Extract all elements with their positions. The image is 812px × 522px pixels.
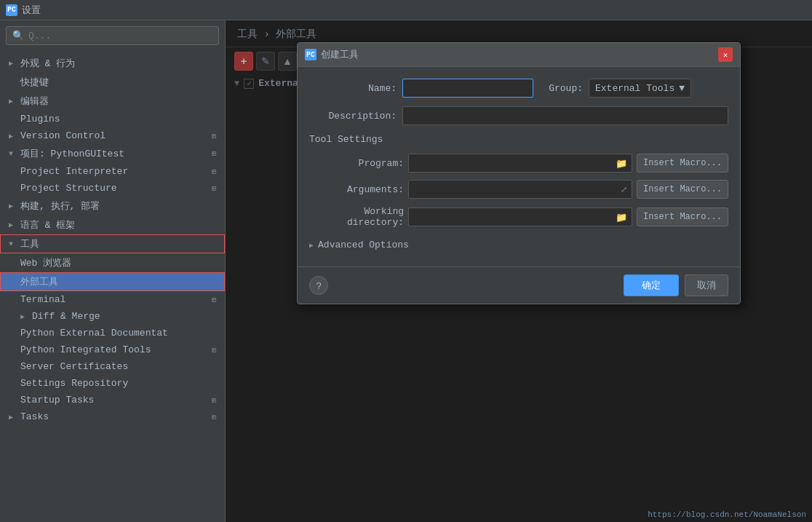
sidebar-item-startup-tasks[interactable]: Startup Tasks ⊞	[0, 392, 225, 408]
sidebar-item-label: 编辑器	[20, 95, 49, 108]
arrow-icon: ▶	[9, 132, 17, 141]
sidebar-item-project[interactable]: ▼ 项目: PythonGUItest ⊞	[0, 144, 225, 163]
working-dir-row: Working directory: 📁 Insert Macro...	[309, 206, 728, 228]
arguments-insert-macro-button[interactable]: Insert Macro...	[637, 180, 728, 199]
sidebar-item-label: 构建, 执行, 部署	[20, 199, 100, 213]
sidebar-item-label: Project Structure	[20, 183, 117, 194]
sidebar-item-lang[interactable]: ▶ 语言 & 框架	[0, 215, 225, 234]
sidebar-item-label: Server Certificates	[20, 361, 128, 372]
sidebar-item-label: Web 浏览器	[20, 256, 71, 269]
sidebar-item-label: Tasks	[20, 411, 49, 422]
sidebar-item-label: Terminal	[20, 294, 65, 305]
arguments-input[interactable]	[412, 184, 616, 195]
program-input[interactable]	[412, 158, 611, 169]
sidebar-item-label: Project Interpreter	[20, 166, 128, 177]
arrow-icon: ▶	[9, 202, 17, 210]
sidebar-item-project-interpreter[interactable]: Project Interpreter ⊞	[0, 163, 225, 180]
sidebar-item-label: Plugins	[20, 114, 60, 124]
sidebar-item-web-browser[interactable]: Web 浏览器	[0, 253, 225, 272]
arguments-label: Arguments:	[309, 184, 404, 195]
sidebar-item-label: 外部工具	[20, 275, 58, 288]
advanced-arrow-icon: ▶	[309, 241, 314, 250]
sidebar-item-plugins[interactable]: Plugins	[0, 111, 225, 127]
help-button[interactable]: ?	[309, 276, 328, 295]
sidebar-item-tools[interactable]: ▼ 工具	[0, 234, 225, 253]
group-dropdown[interactable]: External Tools ▼	[589, 79, 691, 98]
advanced-options-label: Advanced Options	[318, 240, 409, 250]
arrow-icon: ▶	[9, 221, 17, 229]
sidebar-item-server-certs[interactable]: Server Certificates	[0, 358, 225, 375]
badge-icon: ⊞	[212, 132, 216, 141]
group-value: External Tools	[595, 83, 674, 94]
badge-icon: ⊞	[212, 167, 216, 176]
sidebar-item-py-ext-doc[interactable]: Python External Documentat	[0, 325, 225, 341]
arguments-expand-button[interactable]: ⤢	[619, 183, 629, 196]
program-insert-macro-button[interactable]: Insert Macro...	[637, 154, 728, 173]
sidebar-item-vcs[interactable]: ▶ Version Control ⊞	[0, 127, 225, 144]
cancel-button[interactable]: 取消	[685, 274, 728, 296]
confirm-button[interactable]: 确定	[624, 274, 679, 296]
search-input[interactable]	[28, 31, 212, 41]
search-box[interactable]: 🔍	[6, 26, 219, 45]
sidebar-item-tasks[interactable]: ▶ Tasks ⊞	[0, 408, 225, 425]
badge-icon: ⊞	[212, 346, 216, 355]
sidebar-item-label: 快捷键	[20, 76, 49, 89]
arrow-icon: ▶	[9, 59, 17, 68]
sidebar-item-diff-merge[interactable]: ▶ Diff & Merge	[0, 308, 225, 325]
sidebar-item-label: Version Control	[20, 130, 106, 141]
working-dir-input-area: 📁	[408, 207, 632, 226]
badge-icon: ⊞	[212, 296, 216, 304]
sidebar-item-label: Startup Tasks	[20, 395, 94, 406]
arrow-icon: ▶	[9, 413, 17, 422]
sidebar-item-shortcuts[interactable]: 快捷键	[0, 73, 225, 92]
description-label: Description:	[309, 111, 397, 122]
description-input[interactable]	[402, 106, 728, 125]
create-tool-dialog: PC 创建工具 ✕ Name: Group: External Tools	[297, 42, 741, 304]
bottom-url-bar: https://blog.csdn.net/NoamaNelson	[642, 507, 812, 522]
sidebar-item-build[interactable]: ▶ 构建, 执行, 部署	[0, 197, 225, 215]
working-dir-folder-button[interactable]: 📁	[614, 210, 629, 224]
program-row: Program: 📁 Insert Macro...	[309, 154, 728, 173]
dialog-close-button[interactable]: ✕	[718, 47, 733, 62]
main-layout: 🔍 ▶ 外观 & 行为 快捷键 ▶ 编辑器 Plugins	[0, 20, 812, 522]
content-area: 工具 › 外部工具 + ✎ ▲ ▼ ⊞ ▼ ✓ External Tools	[226, 20, 812, 522]
badge-icon: ⊞	[212, 149, 216, 158]
dialog-overlay: PC 创建工具 ✕ Name: Group: External Tools	[226, 20, 812, 522]
dropdown-arrow-icon: ▼	[679, 83, 685, 94]
description-row: Description:	[309, 106, 728, 125]
sidebar-tree: ▶ 外观 & 行为 快捷键 ▶ 编辑器 Plugins ▶ Version Co…	[0, 51, 225, 522]
tool-settings-label: Tool Settings	[309, 134, 728, 145]
sidebar-item-terminal[interactable]: Terminal ⊞	[0, 291, 225, 308]
group-label: Group:	[539, 83, 583, 94]
sidebar-item-label: Python Integrated Tools	[20, 344, 151, 355]
sidebar-item-label: Python External Documentat	[20, 328, 168, 339]
dialog-title-bar: PC 创建工具 ✕	[298, 43, 740, 67]
title-bar: PC 设置	[0, 0, 812, 20]
program-label: Program:	[309, 158, 404, 169]
advanced-options-row[interactable]: ▶ Advanced Options	[309, 235, 728, 255]
sidebar: 🔍 ▶ 外观 & 行为 快捷键 ▶ 编辑器 Plugins	[0, 20, 226, 522]
working-dir-label: Working directory:	[309, 206, 404, 228]
sidebar-item-label: 语言 & 框架	[20, 218, 75, 232]
sidebar-item-label: 项目: PythonGUItest	[20, 147, 124, 160]
name-input[interactable]	[402, 79, 533, 98]
badge-icon: ⊞	[212, 184, 216, 193]
working-dir-input[interactable]	[412, 212, 611, 223]
app-icon: PC	[6, 4, 17, 16]
program-folder-button[interactable]: 📁	[614, 157, 629, 170]
url-text: https://blog.csdn.net/NoamaNelson	[648, 510, 806, 519]
sidebar-item-external-tools[interactable]: 外部工具	[0, 272, 225, 291]
name-label: Name:	[309, 83, 397, 94]
sidebar-item-editor[interactable]: ▶ 编辑器	[0, 92, 225, 111]
arrow-icon: ▼	[9, 240, 17, 248]
sidebar-item-appearance[interactable]: ▶ 外观 & 行为	[0, 54, 225, 73]
name-row: Name: Group: External Tools ▼	[309, 79, 728, 98]
working-dir-insert-macro-button[interactable]: Insert Macro...	[637, 207, 728, 226]
sidebar-item-label: Settings Repository	[20, 378, 128, 389]
program-input-area: 📁	[408, 154, 632, 173]
sidebar-item-settings-repo[interactable]: Settings Repository	[0, 375, 225, 392]
sidebar-item-py-int-tools[interactable]: Python Integrated Tools ⊞	[0, 341, 225, 358]
sidebar-item-project-structure[interactable]: Project Structure ⊞	[0, 180, 225, 197]
arrow-icon: ▶	[20, 312, 29, 321]
title-bar-text: 设置	[22, 4, 41, 17]
